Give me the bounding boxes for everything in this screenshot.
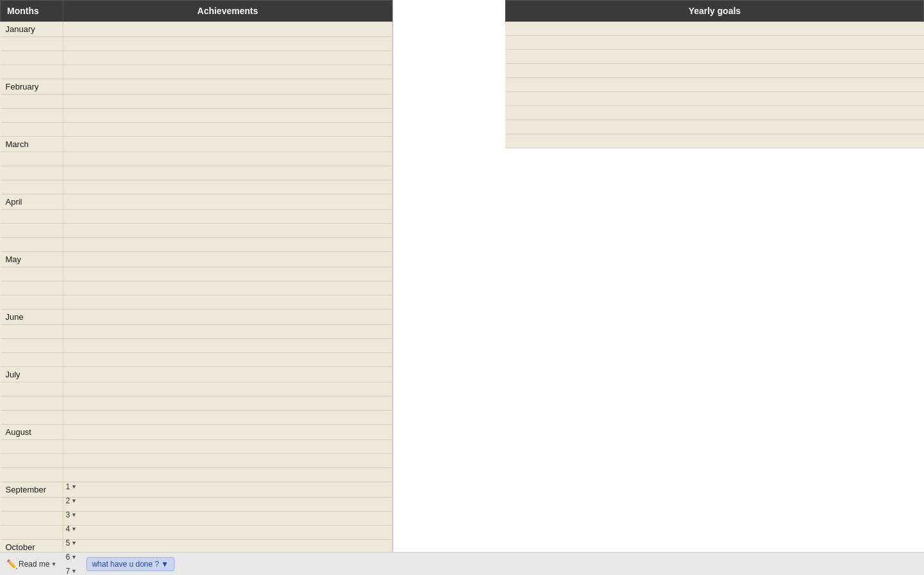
yearly-goal-cell[interactable]	[506, 92, 924, 106]
what-have-u-done-label: what have u done ?	[92, 560, 159, 569]
table-row	[1, 210, 393, 224]
month-cell: February	[1, 79, 63, 95]
table-row: April	[1, 194, 393, 210]
month-cell-empty	[1, 468, 63, 482]
month-cell-empty	[1, 166, 63, 180]
list-item	[506, 134, 924, 148]
table-row	[1, 454, 393, 468]
yearly-goal-cell[interactable]	[506, 22, 924, 36]
table-row	[1, 512, 393, 526]
list-item	[506, 106, 924, 120]
table-row	[1, 51, 393, 65]
toolbar-number-1[interactable]: 1▼	[62, 480, 85, 494]
read-me-label: Read me	[19, 560, 50, 569]
achievement-cell-empty[interactable]	[63, 325, 393, 339]
toolbar-number-label: 4	[66, 524, 70, 533]
achievement-cell-empty[interactable]	[63, 281, 393, 295]
toolbar-number-6[interactable]: 6▼	[62, 550, 85, 564]
achievement-cell[interactable]	[63, 79, 393, 95]
number-items-container: 1▼2▼3▼4▼5▼6▼7▼8▼9▼10▼11▼12▼	[62, 480, 85, 576]
yearly-goal-cell[interactable]	[506, 120, 924, 134]
yearly-goal-cell[interactable]	[506, 134, 924, 148]
month-cell-empty	[1, 267, 63, 281]
achievement-cell-empty[interactable]	[63, 180, 393, 194]
achievement-cell-empty[interactable]	[63, 526, 393, 540]
achievement-cell-empty[interactable]	[63, 468, 393, 482]
toolbar-number-label: 6	[66, 553, 70, 562]
achievement-cell-empty[interactable]	[63, 123, 393, 137]
achievement-cell[interactable]	[63, 367, 393, 382]
month-cell-empty	[1, 454, 63, 468]
achievement-cell-empty[interactable]	[63, 397, 393, 411]
month-cell-empty	[1, 353, 63, 367]
toolbar-number-4[interactable]: 4▼	[62, 522, 85, 536]
bottom-toolbar: ✏️ Read me ▼ 1▼2▼3▼4▼5▼6▼7▼8▼9▼10▼11▼12▼…	[0, 552, 924, 575]
achievement-cell[interactable]	[63, 310, 393, 325]
toolbar-number-7[interactable]: 7▼	[62, 564, 85, 576]
table-row	[1, 498, 393, 512]
achievement-cell-empty[interactable]	[63, 166, 393, 180]
month-cell: April	[1, 194, 63, 210]
achievement-cell-empty[interactable]	[63, 95, 393, 109]
month-cell-empty	[1, 397, 63, 411]
month-cell-empty	[1, 325, 63, 339]
achievement-cell-empty[interactable]	[63, 353, 393, 367]
table-row	[1, 123, 393, 137]
achievement-cell-empty[interactable]	[63, 498, 393, 512]
achievement-cell-empty[interactable]	[63, 382, 393, 397]
toolbar-number-chevron: ▼	[71, 540, 77, 546]
achievement-cell-empty[interactable]	[63, 454, 393, 468]
month-cell: September	[1, 482, 63, 498]
achievement-cell[interactable]	[63, 194, 393, 210]
list-item	[506, 22, 924, 36]
achievement-cell-empty[interactable]	[63, 339, 393, 353]
month-cell: January	[1, 22, 63, 37]
yearly-goal-cell[interactable]	[506, 106, 924, 120]
month-cell: October	[1, 540, 63, 553]
achievement-cell-empty[interactable]	[63, 51, 393, 65]
month-cell-empty	[1, 109, 63, 123]
achievement-cell-empty[interactable]	[63, 109, 393, 123]
achievement-cell-empty[interactable]	[63, 65, 393, 79]
table-row	[1, 468, 393, 482]
achievement-cell[interactable]	[63, 540, 393, 553]
table-row	[1, 382, 393, 397]
table-row	[1, 267, 393, 281]
achievement-cell[interactable]	[63, 482, 393, 498]
achievement-cell-empty[interactable]	[63, 512, 393, 526]
yearly-goal-cell[interactable]	[506, 64, 924, 78]
yearly-goal-cell[interactable]	[506, 36, 924, 50]
achievement-cell-empty[interactable]	[63, 37, 393, 51]
achievement-cell-empty[interactable]	[63, 440, 393, 454]
achievement-cell-empty[interactable]	[63, 411, 393, 425]
table-row: March	[1, 137, 393, 152]
month-cell: May	[1, 252, 63, 267]
month-cell-empty	[1, 382, 63, 397]
months-header: Months	[1, 1, 63, 22]
achievement-cell-empty[interactable]	[63, 152, 393, 166]
achievement-cell[interactable]	[63, 22, 393, 37]
list-item	[506, 92, 924, 106]
yearly-goal-cell[interactable]	[506, 50, 924, 64]
toolbar-number-chevron: ▼	[71, 554, 77, 560]
achievement-cell-empty[interactable]	[63, 210, 393, 224]
achievement-cell[interactable]	[63, 425, 393, 440]
achievement-cell[interactable]	[63, 252, 393, 267]
yearly-goal-cell[interactable]	[506, 78, 924, 92]
achievement-cell-empty[interactable]	[63, 295, 393, 310]
table-row	[1, 397, 393, 411]
toolbar-number-3[interactable]: 3▼	[62, 508, 85, 522]
achievement-cell-empty[interactable]	[63, 224, 393, 238]
toolbar-number-2[interactable]: 2▼	[62, 494, 85, 508]
table-row	[1, 152, 393, 166]
toolbar-number-5[interactable]: 5▼	[62, 536, 85, 550]
table-row	[1, 65, 393, 79]
table-row	[1, 339, 393, 353]
what-have-u-done-button[interactable]: what have u done ? ▼	[86, 557, 175, 571]
toolbar-number-label: 2	[66, 496, 70, 505]
achievement-cell-empty[interactable]	[63, 238, 393, 252]
month-cell-empty	[1, 498, 63, 512]
read-me-button[interactable]: ✏️ Read me ▼	[3, 556, 61, 572]
achievement-cell-empty[interactable]	[63, 267, 393, 281]
achievement-cell[interactable]	[63, 137, 393, 152]
